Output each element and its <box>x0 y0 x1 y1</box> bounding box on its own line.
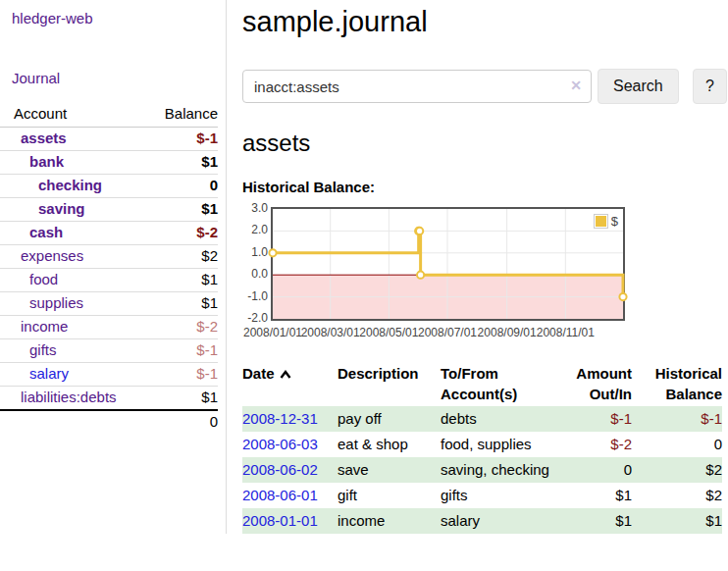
register-header-accounts: To/From Account(s) <box>441 361 563 406</box>
x-axis-tick-label: 2008/07/01 <box>415 326 480 339</box>
account-link[interactable]: bank <box>14 153 64 171</box>
register-balance: $-1 <box>632 406 722 432</box>
register-amount: 0 <box>563 457 632 483</box>
account-row: assets$-1 <box>0 128 218 151</box>
register-description: gift <box>338 483 441 508</box>
accounts-table: Account Balance assets$-1bank$1checking0… <box>0 103 218 434</box>
register-header-balance: Historical Balance <box>632 361 722 406</box>
main-content: sample.journal ✕ Search ? assets Histori… <box>227 0 727 534</box>
date-link[interactable]: 2008-06-01 <box>242 487 318 503</box>
register-accounts: food, supplies <box>441 432 563 457</box>
register-description: pay off <box>338 406 441 432</box>
account-link[interactable]: income <box>14 318 68 336</box>
app-window: hledger-web Journal Account Balance asse… <box>0 0 728 534</box>
search-input[interactable] <box>242 70 592 103</box>
register-header-row: Date Description To/From Account(s) Amou… <box>242 361 722 406</box>
x-axis-tick-label: 2008/09/01 <box>475 326 540 339</box>
balance-chart: $ 3.02.01.00.0-1.0-2.02008/01/012008/03/… <box>242 202 713 341</box>
table-row: 2008-12-31pay offdebts$-1$-1 <box>242 406 722 432</box>
table-row: 2008-01-01incomesalary$1$1 <box>242 508 722 534</box>
account-row: salary$-1 <box>0 363 218 387</box>
account-row: liabilities:debts$1 <box>0 387 218 411</box>
account-link[interactable]: salary <box>14 365 69 383</box>
account-link[interactable]: gifts <box>14 341 57 359</box>
register-balance: $2 <box>632 483 722 508</box>
account-row: supplies$1 <box>0 292 218 316</box>
account-balance: $-1 <box>149 363 218 387</box>
date-link[interactable]: 2008-06-03 <box>242 436 318 452</box>
account-balance: $1 <box>149 269 218 292</box>
account-balance: $-1 <box>149 339 218 363</box>
y-axis-tick-label: 3.0 <box>242 202 268 214</box>
register-balance: 0 <box>632 432 722 457</box>
account-balance: $1 <box>149 198 218 222</box>
register-header-date[interactable]: Date <box>242 361 338 406</box>
accounts-total-balance: 0 <box>149 410 218 434</box>
account-link[interactable]: cash <box>14 224 63 241</box>
x-axis-tick-label: 2008/01/01 <box>240 326 305 339</box>
account-link[interactable]: supplies <box>14 294 83 312</box>
accounts-total-row: 0 <box>0 410 218 434</box>
register-description: eat & shop <box>338 432 441 457</box>
x-axis-tick-label: 2008/11/01 <box>533 326 598 339</box>
account-link[interactable]: food <box>14 271 58 288</box>
account-balance: $1 <box>149 151 218 175</box>
account-row: saving$1 <box>0 198 218 222</box>
search-box: ✕ <box>242 70 592 103</box>
account-link[interactable]: liabilities:debts <box>14 389 117 406</box>
accounts-header-row: Account Balance <box>0 103 218 128</box>
search-form: ✕ Search ? <box>242 69 727 104</box>
account-balance: $-1 <box>149 128 218 151</box>
register-amount: $-2 <box>563 432 632 457</box>
page-title: sample.journal <box>242 4 727 39</box>
sort-ascending-icon <box>280 363 291 384</box>
account-balance: $-2 <box>149 316 218 339</box>
help-button[interactable]: ? <box>693 69 727 104</box>
account-balance: $1 <box>149 387 218 411</box>
register-balance: $1 <box>632 508 722 534</box>
account-row: bank$1 <box>0 151 218 175</box>
register-amount: $1 <box>563 483 632 508</box>
app-title-link[interactable]: hledger-web <box>0 8 226 26</box>
y-axis-tick-label: -2.0 <box>242 312 268 324</box>
register-description: save <box>338 457 441 483</box>
date-link[interactable]: 2008-01-01 <box>242 512 318 529</box>
account-balance: $-2 <box>149 222 218 245</box>
account-row: gifts$-1 <box>0 339 218 363</box>
account-row: expenses$2 <box>0 245 218 269</box>
date-link[interactable]: 2008-06-02 <box>242 461 318 478</box>
register-accounts: debts <box>441 406 563 432</box>
account-balance: $1 <box>149 292 218 316</box>
table-row: 2008-06-03eat & shopfood, supplies$-20 <box>242 432 722 457</box>
register-accounts: saving, checking <box>441 457 563 483</box>
y-axis-tick-label: 1.0 <box>242 246 268 258</box>
account-row: cash$-2 <box>0 222 218 245</box>
register-header-amount: Amount Out/In <box>563 361 632 406</box>
account-link[interactable]: assets <box>14 130 67 147</box>
table-row: 2008-06-02savesaving, checking0$2 <box>242 457 722 483</box>
chart-legend: $ <box>593 213 619 230</box>
y-axis-tick-label: 2.0 <box>242 224 268 235</box>
clear-search-icon[interactable]: ✕ <box>570 78 582 93</box>
x-axis-tick-label: 2008/05/01 <box>356 326 421 339</box>
accounts-header-balance: Balance <box>149 103 218 128</box>
register-accounts: gifts <box>441 483 563 508</box>
accounts-header-account: Account <box>0 103 149 128</box>
register-accounts: salary <box>441 508 563 534</box>
register-balance: $2 <box>632 457 722 483</box>
chart-plot-area[interactable]: $ <box>271 207 625 321</box>
account-row: checking0 <box>0 175 218 198</box>
search-button[interactable]: Search <box>598 69 679 104</box>
date-link[interactable]: 2008-12-31 <box>242 410 318 427</box>
y-axis-tick-label: -1.0 <box>242 290 268 302</box>
legend-label: $ <box>611 214 618 229</box>
account-row: income$-2 <box>0 316 218 339</box>
account-link[interactable]: checking <box>14 177 102 194</box>
account-link[interactable]: saving <box>14 200 85 218</box>
sidebar-item-journal[interactable]: Journal <box>0 70 226 86</box>
account-page-title: assets <box>242 129 727 158</box>
account-link[interactable]: expenses <box>14 247 83 265</box>
register-header-description: Description <box>338 361 441 406</box>
table-row: 2008-06-01giftgifts$1$2 <box>242 483 722 508</box>
chart-svg <box>273 209 623 319</box>
